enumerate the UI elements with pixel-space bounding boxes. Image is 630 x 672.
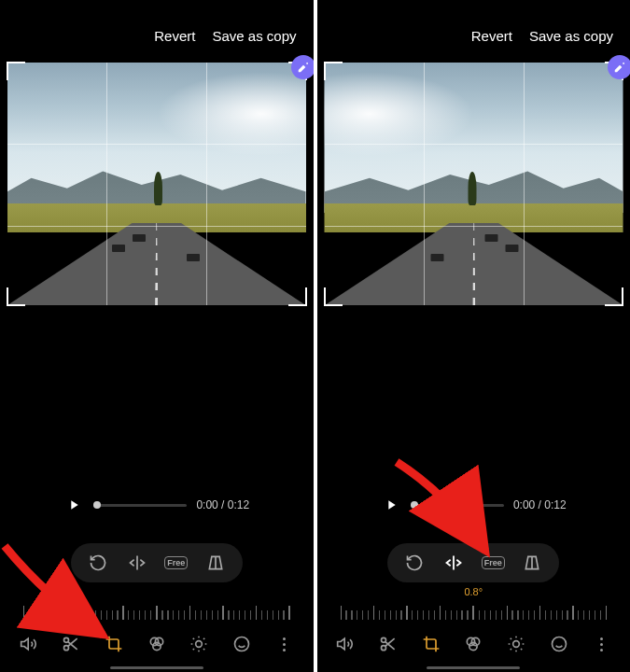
volume-icon[interactable] [18, 633, 40, 655]
rotate-icon[interactable] [404, 553, 425, 573]
svg-point-5 [196, 641, 203, 648]
progress-slider[interactable] [93, 504, 187, 507]
side-by-side-comparison: Revert Save as copy 0:00 / 0: [0, 0, 630, 672]
play-icon[interactable] [63, 495, 84, 515]
top-bar: Revert Save as copy [317, 0, 631, 63]
playback-bar: 0:00 / 0:12 [317, 495, 631, 515]
time-display: 0:00 / 0:12 [196, 498, 249, 511]
top-bar: Revert Save as copy [0, 0, 314, 63]
transform-toolbar: Free [71, 543, 243, 582]
home-indicator[interactable] [427, 666, 520, 669]
video-preview [7, 63, 306, 305]
crop-handle-br[interactable] [605, 287, 623, 306]
brightness-icon[interactable] [505, 633, 527, 655]
aspect-free-icon[interactable]: Free [166, 553, 187, 573]
save-as-copy-button[interactable]: Save as copy [212, 28, 296, 44]
svg-point-13 [552, 637, 566, 651]
crop-frame[interactable] [7, 63, 306, 305]
transform-toolbar: Free [387, 543, 559, 582]
crop-handle-tl[interactable] [324, 62, 343, 80]
video-preview [325, 63, 623, 305]
magic-edit-icon[interactable] [608, 55, 630, 79]
playback-bar: 0:00 / 0:12 [0, 495, 314, 515]
more-icon[interactable] [590, 633, 612, 655]
aspect-free-icon[interactable]: Free [483, 553, 503, 573]
filter-icon[interactable] [146, 633, 168, 655]
rotation-ruler[interactable] [341, 597, 608, 620]
rotation-ruler[interactable] [23, 597, 290, 620]
crop-handle-br[interactable] [288, 287, 307, 306]
bottom-toolbar [0, 633, 314, 655]
bottom-toolbar [317, 633, 631, 655]
crop-frame[interactable] [325, 63, 623, 305]
volume-icon[interactable] [334, 633, 357, 655]
svg-point-12 [513, 641, 520, 648]
screen-right: Revert Save as copy 0:00 / 0: [317, 0, 631, 672]
trim-icon[interactable] [60, 633, 82, 655]
perspective-icon[interactable] [522, 553, 542, 573]
svg-point-4 [153, 642, 161, 650]
filter-icon[interactable] [462, 633, 484, 655]
crop-icon[interactable] [420, 633, 442, 655]
perspective-icon[interactable] [205, 553, 226, 573]
time-display: 0:00 / 0:12 [513, 498, 567, 511]
crop-icon[interactable] [103, 633, 125, 655]
flip-horizontal-icon[interactable] [443, 553, 464, 573]
rotation-angle-label: 0.8° [317, 586, 631, 597]
crop-handle-bl[interactable] [324, 287, 343, 306]
svg-point-11 [469, 642, 477, 650]
home-indicator[interactable] [110, 666, 203, 669]
brightness-icon[interactable] [188, 633, 210, 655]
magic-edit-icon[interactable] [291, 55, 314, 79]
more-icon[interactable] [273, 633, 296, 655]
revert-button[interactable]: Revert [471, 28, 512, 44]
svg-point-6 [235, 637, 249, 651]
play-icon[interactable] [381, 495, 401, 515]
trim-icon[interactable] [377, 633, 399, 655]
emoji-icon[interactable] [548, 633, 570, 655]
crop-handle-tl[interactable] [7, 62, 25, 80]
screen-left: Revert Save as copy 0:00 / 0: [0, 0, 314, 672]
emoji-icon[interactable] [231, 633, 253, 655]
flip-horizontal-icon[interactable] [127, 553, 147, 573]
progress-slider[interactable] [411, 504, 504, 507]
rotate-icon[interactable] [88, 553, 108, 573]
crop-handle-bl[interactable] [7, 287, 25, 306]
revert-button[interactable]: Revert [154, 28, 195, 44]
save-as-copy-button[interactable]: Save as copy [529, 28, 613, 44]
